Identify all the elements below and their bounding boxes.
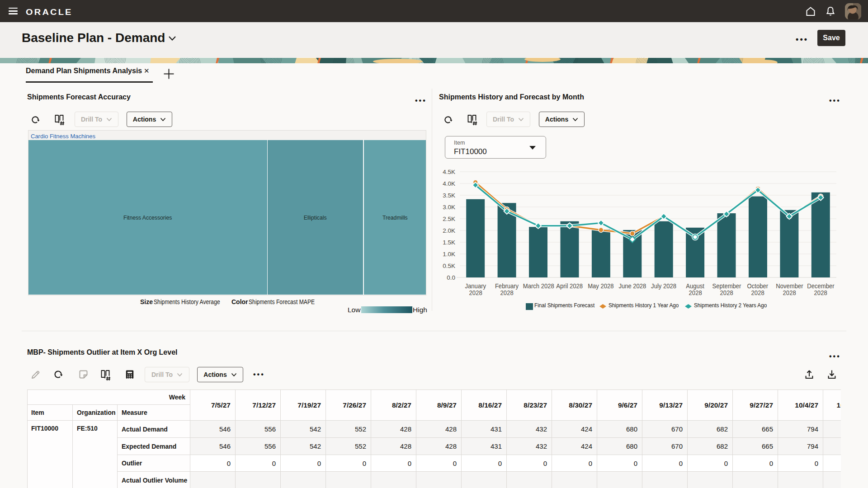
svg-text:0.5K: 0.5K: [443, 263, 455, 269]
svg-text:2.0K: 2.0K: [443, 227, 455, 234]
svg-text:1.0K: 1.0K: [443, 251, 455, 258]
svg-text:3.5K: 3.5K: [443, 192, 455, 199]
svg-text:1.5K: 1.5K: [443, 239, 455, 246]
svg-text:0.0: 0.0: [447, 274, 455, 281]
svg-text:4.5K: 4.5K: [443, 169, 455, 175]
svg-text:4.0K: 4.0K: [443, 180, 455, 187]
svg-text:2.5K: 2.5K: [443, 216, 455, 222]
svg-text:3.0K: 3.0K: [443, 204, 455, 211]
